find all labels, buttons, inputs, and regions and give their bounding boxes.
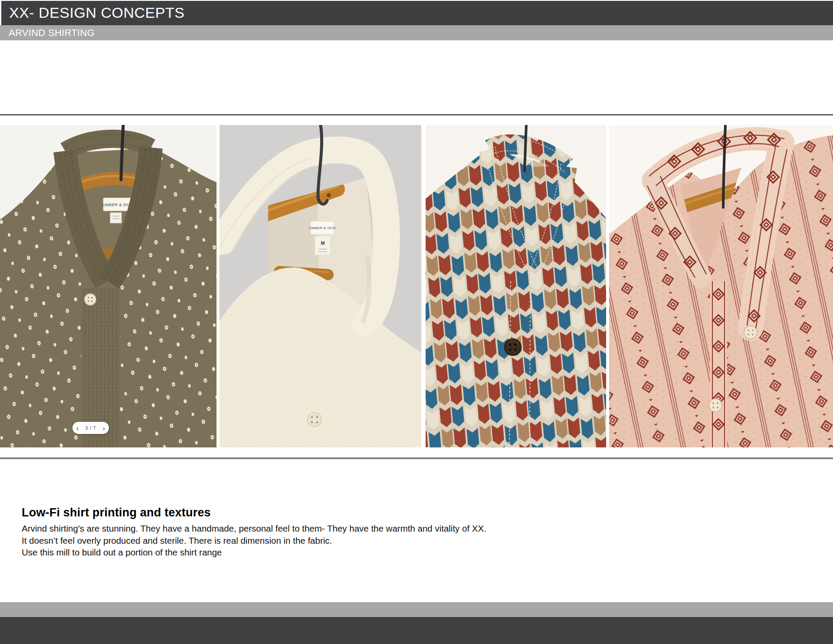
caption-line-3: Use this mill to build out a portion of … bbox=[22, 546, 486, 559]
svg-text:UMBER & OCH: UMBER & OCH bbox=[102, 203, 132, 207]
top-divider bbox=[0, 114, 833, 115]
shirt-photo-olive: UMBER & OCH bbox=[0, 125, 216, 447]
shirt-image-gallery: UMBER & OCH bbox=[0, 125, 833, 447]
design-concepts-slide: XX- DESIGN CONCEPTS ARVIND SHIRTING bbox=[0, 0, 833, 644]
carousel-next-button[interactable]: › bbox=[103, 425, 105, 431]
svg-text:M: M bbox=[321, 240, 325, 246]
shirt-button bbox=[308, 413, 321, 427]
shirt-button bbox=[505, 339, 521, 355]
shirt-photo-cream: UMBER & OCH M bbox=[220, 125, 421, 447]
placket-knot-band bbox=[710, 281, 727, 447]
page-subtitle: ARVIND SHIRTING bbox=[9, 27, 95, 39]
carousel-pagination[interactable]: ‹ 3 / 7 › bbox=[72, 422, 109, 434]
shirt-button bbox=[709, 399, 722, 412]
shirt-photo-geometric bbox=[426, 125, 606, 447]
carousel-prev-button[interactable]: ‹ bbox=[76, 425, 79, 431]
caption-line-1: Arvind shirting's are stunning. They hav… bbox=[22, 522, 486, 535]
footer-dark-bar bbox=[0, 617, 833, 644]
title-bar: XX- DESIGN CONCEPTS bbox=[1, 1, 833, 25]
hanger-hook bbox=[525, 125, 526, 171]
caption-line-2: It doesn’t feel overly produced and ster… bbox=[22, 535, 486, 547]
page-title: XX- DESIGN CONCEPTS bbox=[9, 4, 184, 21]
svg-text:UMBER & OCH: UMBER & OCH bbox=[309, 226, 336, 230]
shirt-body bbox=[426, 147, 606, 447]
caption-heading: Low-Fi shirt printing and textures bbox=[22, 506, 486, 519]
caption-block: Low-Fi shirt printing and textures Arvin… bbox=[22, 506, 486, 559]
carousel-page-indicator: 3 / 7 bbox=[85, 426, 96, 430]
shirt-button bbox=[744, 326, 757, 339]
bottom-divider bbox=[0, 457, 833, 459]
subtitle-bar: ARVIND SHIRTING bbox=[0, 25, 833, 40]
shirt-button bbox=[85, 294, 96, 305]
shirt-photo-pink-knot bbox=[609, 125, 833, 447]
footer-gray-bar bbox=[0, 602, 833, 618]
